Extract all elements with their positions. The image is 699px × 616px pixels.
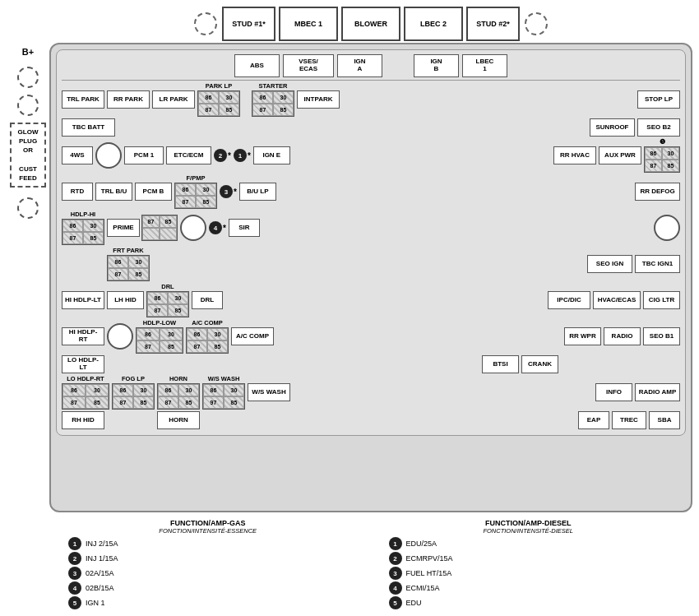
lo-hdlp-lt-fuse: LO HDLP-LT	[62, 355, 104, 373]
legend-diesel-item-5: 5 EDU	[389, 596, 685, 609]
eap-fuse: EAP	[578, 411, 609, 429]
fuse-box-inner: ABS VSES/ECAS IGNA IGNB LBEC1 TRL PARK R…	[56, 49, 686, 436]
ign-b-fuse: IGNB	[414, 54, 459, 77]
badge-3-star: 3 *	[220, 185, 237, 198]
ign-a-fuse: IGNA	[337, 54, 382, 77]
hvac-ecas-fuse: HVAC/ECAS	[593, 291, 641, 309]
tbc-ign1-fuse: TBC IGN1	[635, 255, 680, 273]
legend-diesel-item-1: 1 EDU/25A	[389, 537, 685, 550]
ws-wash-fuse: W/S WASH	[248, 383, 290, 401]
circle-connector-4	[107, 323, 133, 350]
hdlp-hi-relay: HDLP-HI 8630 8785	[62, 211, 104, 245]
legend-gas-item-1: 1 INJ 2/15A	[68, 537, 364, 550]
sunroof-fuse: SUNROOF	[590, 118, 635, 137]
circle-connector-2	[180, 215, 206, 241]
trl-bu-fuse: TRL B/U	[95, 183, 132, 201]
stop-lp-fuse: STOP LP	[637, 90, 680, 109]
badge-2-star: 2 *	[214, 149, 231, 162]
etc-ecm-fuse: ETC/ECM	[166, 146, 211, 164]
prime-relay-group: PRIME 8785	[107, 215, 178, 241]
legend-diesel-item-2: 2 ECMRPV/15A	[389, 552, 685, 565]
tbc-batt-fuse: TBC BATT	[62, 118, 115, 137]
frt-park-relay: FRT PARK 8630 8785	[107, 247, 150, 281]
crank-fuse: CRANK	[521, 355, 558, 373]
seo-b2-fuse: SEO B2	[637, 118, 680, 137]
sba-fuse: SBA	[649, 411, 680, 429]
fpmp-relay: F/PMP 8630 8785	[174, 174, 217, 209]
intpark-fuse: INTPARK	[297, 90, 340, 109]
ws-wash-relay: W/S WASH 8630 9785	[202, 375, 245, 410]
ipc-dic-fuse: IPC/DIC	[548, 291, 590, 309]
legend-diesel-title: FUNCTION/AMP-DIESEL	[373, 519, 685, 527]
relay-5: ❺ 8630 8785	[644, 138, 680, 173]
sir-fuse: SIR	[229, 219, 260, 237]
seo-ign-fuse: SEO IGN	[587, 255, 632, 273]
aux-pwr-fuse: AUX PWR	[599, 146, 641, 164]
legend-gas-subtitle: FONCTION/INTENSITÉ-ESSENCE	[52, 527, 364, 535]
cig-ltr-fuse: CIG LTR	[643, 291, 680, 309]
horn-relay: HORN 8630 8785	[157, 375, 200, 410]
legend-diesel-item-4: 4 ECMI/15A	[389, 581, 685, 595]
legend-diesel-item-3: 3 FUEL HT/15A	[389, 567, 685, 580]
lh-hid-fuse: LH HID	[107, 291, 144, 309]
left-conn-1	[17, 67, 39, 88]
lo-hdlp-rt-relay: LO HDLP-RT 8630 8785	[62, 375, 109, 410]
legend-diesel: FUNCTION/AMP-DIESEL FONCTION/INTENSITÉ-D…	[373, 519, 685, 609]
pcm-b-fuse: PCM B	[135, 183, 172, 201]
vses-ecas-fuse: VSES/ECAS	[283, 54, 334, 77]
blower-fuse: BLOWER	[341, 7, 400, 41]
circle-connector-1	[95, 142, 122, 169]
legend-gas-item-2: 2 INJ 1/15A	[68, 552, 364, 565]
legend-gas-items: 1 INJ 2/15A 2 INJ 1/15A 3 02A/15A 4 02B/…	[52, 537, 364, 609]
radio-fuse: RADIO	[604, 327, 641, 345]
rtd-fuse: RTD	[62, 183, 93, 201]
lr-park-fuse: LR PARK	[152, 90, 195, 109]
corner-stud-tr	[525, 12, 548, 35]
ac-comp-relay: A/C COMP 8630 8785	[186, 319, 229, 354]
left-panel: B+ GLOW PLUG OR CUST FEED	[7, 43, 49, 512]
legend-gas-item-5: 5 IGN 1	[68, 596, 364, 609]
legend-gas: FUNCTION/AMP-GAS FONCTION/INTENSITÉ-ESSE…	[52, 519, 364, 609]
bu-lp-fuse: B/U LP	[239, 183, 276, 201]
circle-connector-3	[654, 215, 680, 241]
ign-e-fuse: IGN E	[253, 146, 290, 164]
trl-park-fuse: TRL PARK	[62, 90, 104, 109]
lbec-2-fuse: LBEC 2	[404, 7, 463, 41]
badge-1-star: 1 *	[234, 149, 251, 162]
legend-gas-item-3: 3 02A/15A	[68, 567, 364, 580]
corner-stud-tl	[194, 12, 217, 35]
legend-diesel-items: 1 EDU/25A 2 ECMRPV/15A 3 FUEL HT/15A 4 E…	[373, 537, 685, 609]
rr-wpr-fuse: RR WPR	[564, 327, 601, 345]
legend-diesel-subtitle: FONCTION/INTENSITÉ-DIESEL	[373, 527, 685, 535]
rr-park-fuse: RR PARK	[107, 90, 150, 109]
stud-2: STUD #2*	[466, 7, 520, 41]
drl-fuse: DRL	[192, 291, 223, 309]
hi-hdlp-rt-fuse: HI HDLP-RT	[62, 327, 104, 345]
abs-fuse: ABS	[234, 54, 280, 77]
lbec-1-fuse: LBEC1	[462, 54, 507, 77]
rh-hid-fuse: RH HID	[62, 411, 104, 429]
bplus-label: B+	[22, 47, 34, 57]
prime-fuse: PRIME	[107, 219, 140, 237]
horn-fuse: HORN	[157, 411, 200, 429]
stud-1: STUD #1*	[222, 7, 275, 41]
pcm1-fuse: PCM 1	[124, 146, 164, 164]
legend-gas-title: FUNCTION/AMP-GAS	[52, 519, 364, 527]
rr-defog-fuse: RR DEFOG	[635, 183, 680, 201]
seo-b1-fuse: SEO B1	[643, 327, 680, 345]
rr-hvac-fuse: RR HVAC	[553, 146, 596, 164]
left-conn-2	[17, 95, 39, 116]
ac-comp-fuse: A/C COMP	[231, 327, 274, 345]
park-lp-relay: PARK LP 8630 8785	[197, 82, 240, 117]
drl-relay: DRL 8630 8785	[146, 283, 189, 317]
radio-amp-fuse: RADIO AMP	[635, 383, 680, 401]
glow-plug-label: GLOW PLUG OR CUST FEED	[10, 123, 46, 188]
fog-lp-relay: FOG LP 8630 8785	[112, 375, 155, 410]
starter-relay: STARTER 8630 8785	[252, 82, 294, 117]
legend-gas-item-4: 4 02B/15A	[68, 581, 364, 595]
trec-fuse: TREC	[612, 411, 646, 429]
legend-section: FUNCTION/AMP-GAS FONCTION/INTENSITÉ-ESSE…	[7, 516, 692, 609]
separator-1	[62, 80, 680, 81]
badge-4-star: 4 *	[209, 221, 226, 234]
hi-hdlp-lt-fuse: HI HDLP-LT	[62, 291, 104, 309]
